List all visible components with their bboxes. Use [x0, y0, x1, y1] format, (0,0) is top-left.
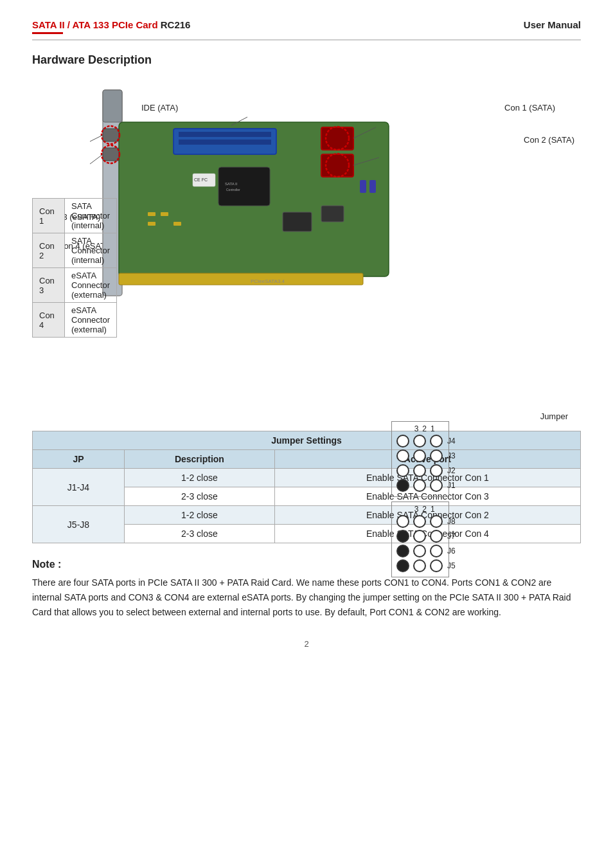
pin-j2-1 [430, 464, 443, 477]
table-row: Con 1 SATA Connector (internal) [33, 199, 117, 233]
lower-jumper-block: 3 2 1 J8 J7 [395, 505, 456, 574]
num1b: 1 [431, 505, 435, 514]
con1-desc: SATA Connector (internal) [65, 199, 117, 233]
upper-jumper-block: 3 2 1 J4 J3 [395, 424, 456, 494]
section-title-hardware: Hardware Description [32, 53, 581, 67]
table-row: Con 3 eSATA Connector (external) [33, 268, 117, 303]
svg-line-32 [90, 154, 103, 164]
table-row: Con 4 eSATA Connector (external) [33, 303, 117, 338]
desc-1-2-close-2: 1-2 close [124, 506, 274, 525]
jumper-row-j2: J2 [395, 464, 456, 477]
jp-j5j8: J5-J8 [33, 506, 125, 543]
connector-table: Con 1 SATA Connector (internal) Con 2 SA… [32, 198, 117, 338]
con3-label: Con 3 [33, 268, 65, 303]
note-text: There are four SATA ports in PCIe SATA I… [32, 575, 581, 620]
j4-label: J4 [447, 437, 456, 446]
jumper-settings-section: Jumper Settings JP Description Active po… [32, 431, 581, 543]
desc-1-2-close-1: 1-2 close [124, 469, 274, 487]
pin-j8-1 [430, 515, 443, 528]
pin-j6-3 [396, 545, 409, 557]
num2b: 2 [422, 505, 427, 514]
pin-j5-3 [396, 559, 409, 572]
j6-label: J6 [447, 547, 456, 556]
page-header: SATA II / ATA 133 PCIe Card RC216 User M… [32, 19, 581, 41]
pin-j5-1 [430, 559, 443, 572]
pin-j3-3 [396, 449, 409, 462]
svg-line-31 [90, 135, 103, 141]
pin-j5-2 [413, 559, 426, 572]
jumper-row-j4: J4 [395, 435, 456, 448]
con3-desc: eSATA Connector (external) [65, 268, 117, 303]
svg-rect-14 [283, 212, 312, 231]
label-con1-sata: Con 1 (SATA) [504, 103, 555, 113]
header-title-block: SATA II / ATA 133 PCIe Card RC216 [32, 19, 190, 34]
svg-rect-3 [103, 90, 122, 122]
j3-label: J3 [447, 451, 456, 460]
pin-j3-1 [430, 449, 443, 462]
pin-j2-3 [396, 464, 409, 477]
jumper-settings-table: Jumper Settings JP Description Active po… [32, 431, 581, 543]
table-row: Con 2 SATA Connector (internal) [33, 233, 117, 268]
pin-j4-2 [413, 435, 426, 448]
desc-2-3-close-1: 2-3 close [124, 487, 274, 506]
upper-numbers-row: 3 2 1 [395, 424, 456, 433]
j5-label: J5 [447, 561, 456, 570]
svg-rect-17 [103, 148, 119, 161]
header-manual-label: User Manual [524, 19, 581, 30]
jumper-row-j5: J5 [395, 559, 456, 572]
pin-j7-2 [413, 530, 426, 543]
note-title: Note : [32, 559, 581, 570]
page-number: 2 [32, 639, 581, 649]
svg-text:SATA II: SATA II [225, 182, 238, 186]
pin-j3-2 [413, 449, 426, 462]
svg-text:PCIeeSATA3.4: PCIeeSATA3.4 [251, 278, 285, 284]
col-description: Description [124, 450, 274, 469]
header-title-highlight: SATA II / ATA 133 PCIe Card [32, 19, 158, 30]
card-diagram-svg: CE FC SATA II Controller [84, 84, 418, 315]
j7-label: J7 [447, 532, 456, 541]
jumper-row-j6: J6 [395, 545, 456, 557]
jumper-row-j3: J3 [395, 449, 456, 462]
svg-rect-23 [173, 222, 181, 226]
num3b: 3 [414, 505, 419, 514]
con4-desc: eSATA Connector (external) [65, 303, 117, 338]
pin-j4-3 [396, 435, 409, 448]
table-title-cell: Jumper Settings [33, 431, 581, 450]
header-underline [32, 32, 63, 34]
num2: 2 [422, 424, 427, 433]
num3: 3 [414, 424, 419, 433]
num1: 1 [431, 424, 435, 433]
header-model: RC216 [161, 19, 191, 30]
con2-desc: SATA Connector (internal) [65, 233, 117, 268]
table-column-header-row: JP Description Active port [33, 450, 581, 469]
jumper-row-j1: J1 [395, 479, 456, 492]
table-header-row: Jumper Settings [33, 431, 581, 450]
pin-j8-3 [396, 515, 409, 528]
svg-rect-11 [218, 167, 270, 206]
hardware-diagram-section: IDE (ATA) Con 1 (SATA) Con 2 (SATA) Con … [32, 77, 581, 411]
j8-label: J8 [447, 517, 456, 526]
lower-numbers-row: 3 2 1 [395, 505, 456, 514]
svg-rect-22 [148, 222, 155, 226]
con2-label: Con 2 [33, 233, 65, 268]
con1-label: Con 1 [33, 199, 65, 233]
svg-text:CE FC: CE FC [194, 177, 208, 182]
header-title: SATA II / ATA 133 PCIe Card RC216 [32, 19, 190, 30]
con4-label: Con 4 [33, 303, 65, 338]
svg-rect-5 [179, 132, 271, 137]
svg-rect-15 [321, 206, 344, 222]
pin-j7-3 [396, 530, 409, 543]
j1-label: J1 [447, 481, 456, 490]
diagram-container: IDE (ATA) Con 1 (SATA) Con 2 (SATA) Con … [32, 77, 581, 411]
jumper-row-j7: J7 [395, 530, 456, 543]
pin-j6-1 [430, 545, 443, 557]
svg-rect-6 [179, 140, 271, 145]
pin-j8-2 [413, 515, 426, 528]
table-row: J1-J4 1-2 close Enable SATA Connector Co… [33, 469, 581, 487]
note-section: Note : There are four SATA ports in PCIe… [32, 559, 581, 620]
pin-j4-1 [430, 435, 443, 448]
svg-rect-21 [161, 212, 168, 216]
svg-rect-16 [103, 129, 119, 141]
pin-j2-2 [413, 464, 426, 477]
table-row: J5-J8 1-2 close Enable SATA Connector Co… [33, 506, 581, 525]
